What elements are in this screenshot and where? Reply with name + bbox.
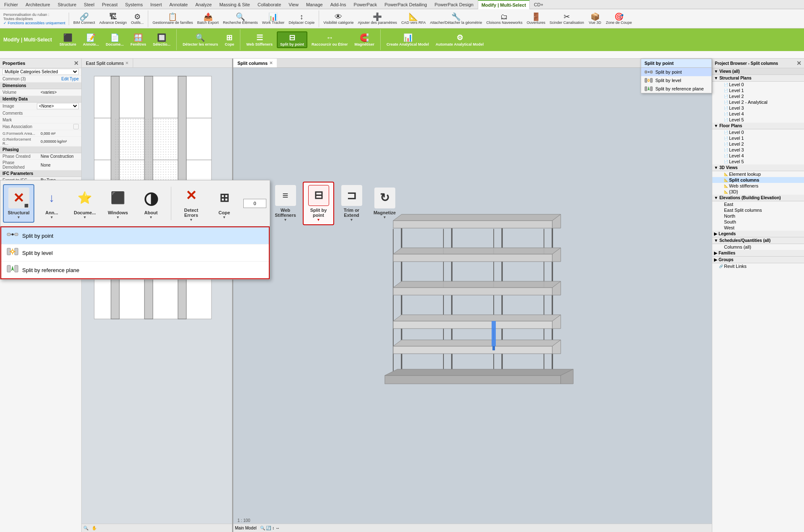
- create-analytical-btn[interactable]: 📊 Create Analytical Model: [384, 32, 431, 47]
- popup-magnetize-btn[interactable]: ↻ Magnetize ▾: [369, 185, 400, 222]
- groups-section[interactable]: ▶ Groups: [712, 257, 804, 263]
- tree-level3-floor[interactable]: 📄Level 3: [712, 147, 804, 153]
- tab-structure[interactable]: Structure: [54, 0, 80, 9]
- tab-view[interactable]: View: [285, 0, 302, 9]
- tree-level1-struct[interactable]: 📄Level 1: [712, 87, 804, 93]
- cope-value-input[interactable]: [243, 199, 266, 208]
- tab-systems[interactable]: Systems: [122, 0, 146, 9]
- tree-level1-floor[interactable]: 📄Level 1: [712, 135, 804, 141]
- fenetres-modify-btn[interactable]: 🪟 Fenêtres: [128, 32, 149, 47]
- tree-east-split-columns[interactable]: East Split columns: [712, 207, 804, 213]
- has-assoc-checkbox[interactable]: [73, 124, 79, 129]
- cad-rfa-btn[interactable]: 📐 CAD vers RFA: [399, 12, 428, 26]
- floor-plans-section[interactable]: ▼ Floor Plans: [712, 123, 804, 129]
- popup-split-point-btn[interactable]: ⊟ Split by point ▾: [303, 182, 334, 225]
- automate-analytical-btn[interactable]: ⚙ Automate Analytical Model: [433, 32, 486, 47]
- popup-trim-extend-btn[interactable]: ⊐ Trim or Extend ▾: [336, 182, 367, 225]
- tab-steel[interactable]: Steel: [80, 0, 98, 9]
- tab-annotate[interactable]: Annotate: [166, 0, 191, 9]
- tree-level3-struct[interactable]: 📄Level 3: [712, 105, 804, 111]
- tree-level4-floor[interactable]: 📄Level 4: [712, 153, 804, 159]
- tree-level0-struct[interactable]: 📄Level 0: [712, 82, 804, 87]
- image-select[interactable]: <None>: [37, 103, 79, 109]
- tab-precast[interactable]: Precast: [98, 0, 121, 9]
- 3d-view-close-icon[interactable]: ✕: [269, 61, 273, 65]
- popup-web-stiffeners-btn[interactable]: ≡ Web Stiffeners ▾: [270, 182, 301, 225]
- tree-columns-all[interactable]: Columns (all): [712, 244, 804, 250]
- pan-icon[interactable]: ✋: [92, 526, 97, 530]
- tree-split-columns[interactable]: 📐Split columns: [712, 177, 804, 183]
- tab-modify-multiselect[interactable]: Modify | Multi-Select: [478, 0, 530, 9]
- tree-level0-floor[interactable]: 📄Level 0: [712, 129, 804, 135]
- 3d-views-section[interactable]: ▼ 3D Views: [712, 164, 804, 171]
- work-tracker-btn[interactable]: 📊 Work Tracker: [260, 12, 286, 26]
- popup-cope-btn[interactable]: ⊞ Cope ▾: [209, 185, 240, 222]
- vue3d-btn[interactable]: 📦 Vue 3D: [587, 12, 603, 26]
- menu-split-by-ref-plane[interactable]: Split by reference plane: [1, 262, 269, 278]
- cloisons-btn[interactable]: 🗂 Cloisons Naveeworks: [484, 12, 524, 26]
- advance-design-btn[interactable]: 🏗 Advance Design: [98, 12, 129, 26]
- ajouter-params-btn[interactable]: ➕ Ajouter des paramètres: [356, 12, 399, 26]
- tab-manage[interactable]: Manage: [303, 0, 326, 9]
- ribbon-split-by-point[interactable]: Split by point: [641, 68, 711, 76]
- tree-revit-links[interactable]: 🔗 Revit Links: [712, 263, 804, 269]
- bim-connect-btn[interactable]: 🔗 BIM Connect: [72, 12, 97, 26]
- cope-modify-btn[interactable]: ⊞ Cope: [222, 32, 237, 47]
- popup-windows-btn[interactable]: ⬛ Windows ▾: [102, 185, 134, 222]
- ribbon-split-by-ref-plane[interactable]: Split by reference plane: [641, 85, 711, 93]
- tree-level2-struct[interactable]: 📄Level 2: [712, 93, 804, 99]
- document-modify-btn[interactable]: 📄 Docume...: [103, 32, 126, 47]
- category-select[interactable]: Multiple Categories Selected: [3, 69, 79, 75]
- families-section[interactable]: ▶ Families: [712, 250, 804, 257]
- tree-level5-struct[interactable]: 📄Level 5: [712, 117, 804, 123]
- tab-east-close[interactable]: ✕: [125, 61, 129, 65]
- tab-addins[interactable]: Add-Ins: [327, 0, 350, 9]
- visibility-btn[interactable]: 👁 Visibilité catégorie: [322, 12, 355, 26]
- tree-level5-floor[interactable]: 📄Level 5: [712, 159, 804, 164]
- selection-modify-btn[interactable]: 🔲 Sélectio...: [150, 32, 173, 47]
- tree-web-stiffeners[interactable]: 📐Web stiffeners: [712, 183, 804, 189]
- batch-export-btn[interactable]: 📤 Batch Export: [196, 12, 221, 26]
- structural-plans-section[interactable]: ▼ Structural Plans: [712, 75, 804, 82]
- tree-south[interactable]: South: [712, 219, 804, 225]
- menu-split-by-level[interactable]: Split by level: [1, 244, 269, 262]
- view-controls[interactable]: 🔍 🔄 ↕ ↔: [260, 526, 280, 530]
- tab-east-split[interactable]: East Split columns ✕: [82, 59, 133, 67]
- tab-analyze[interactable]: Analyze: [192, 0, 215, 9]
- schedules-section[interactable]: ▼ Schedules/Quantities (all): [712, 237, 804, 244]
- zone-coupe-btn[interactable]: 🎯 Zone de Coupe: [604, 12, 634, 26]
- scinder-btn[interactable]: ✂ Scinder Canalisation: [548, 12, 586, 26]
- zoom-nav-icon[interactable]: 🔍: [83, 526, 88, 530]
- elevations-section[interactable]: ▼ Elevations (Building Elevation): [712, 195, 804, 201]
- legends-section[interactable]: ▶ Legends: [712, 231, 804, 237]
- popup-docume-btn[interactable]: ⭐ Docume... ▾: [69, 185, 100, 222]
- deplacer-copie-btn[interactable]: ↕ Déplacer Copie: [287, 12, 316, 26]
- tab-collaborate[interactable]: Collaborate: [254, 0, 284, 9]
- tab-pp-design[interactable]: PowerPack Design: [431, 0, 477, 9]
- tab-fichier[interactable]: Fichier: [1, 0, 21, 9]
- popup-about-btn[interactable]: ◑ About ▾: [135, 185, 167, 222]
- attacher-detacher-btn[interactable]: 🔧 Attacher/Détacher la géométrie: [428, 12, 484, 26]
- ouvertures-btn[interactable]: 🚪 Ouvertures: [525, 12, 547, 26]
- tree-element-lookup[interactable]: 📐Element lookup: [712, 171, 804, 177]
- menu-split-by-point[interactable]: Split by point: [1, 227, 269, 244]
- tab-insert[interactable]: Insert: [147, 0, 165, 9]
- popup-detect-errors-btn[interactable]: ✕ Detect Errors ▾: [175, 182, 207, 225]
- tab-pp-detailing[interactable]: PowerPack Detailing: [381, 0, 430, 9]
- detect-errors-btn[interactable]: 🔍 Détecter les erreurs: [180, 32, 221, 47]
- tree-north[interactable]: North: [712, 213, 804, 219]
- annotate-modify-btn[interactable]: 📝 Annote...: [80, 32, 102, 47]
- edit-type-btn[interactable]: Edit Type: [61, 77, 79, 81]
- popup-ann-btn[interactable]: ↓ Ann... ▾: [36, 185, 67, 222]
- ribbon-split-by-level[interactable]: Split by level: [641, 76, 711, 85]
- web-stiffeners-btn[interactable]: ☰ Web Stiffeners: [244, 32, 275, 47]
- project-browser-close-btn[interactable]: ✕: [796, 60, 801, 67]
- recherche-elements-btn[interactable]: 🔍 Recherche Éléments: [221, 12, 260, 26]
- tree-west[interactable]: West: [712, 225, 804, 231]
- tab-massing[interactable]: Massing & Site: [216, 0, 253, 9]
- split-by-point-btn[interactable]: ⊟ Split by point: [277, 31, 307, 48]
- views-section[interactable]: ▼ Views (all): [712, 68, 804, 75]
- structure-modify-btn[interactable]: ⬛ Structure: [57, 32, 79, 47]
- tab-architecture[interactable]: Architecture: [22, 0, 54, 9]
- properties-close-btn[interactable]: ✕: [74, 60, 79, 67]
